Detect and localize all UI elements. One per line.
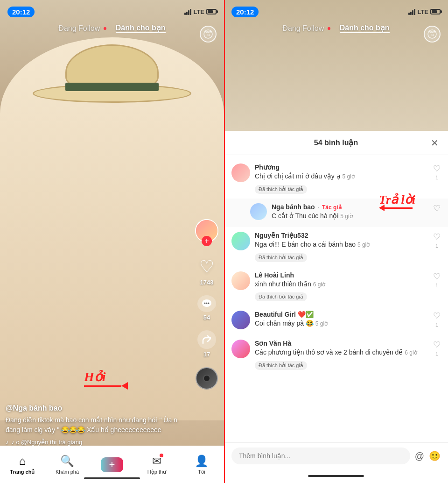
commenter-avatar-6 bbox=[231, 340, 250, 358]
emoji-button[interactable]: 🙂 bbox=[429, 450, 441, 462]
signal-info-left: LTE bbox=[184, 8, 217, 15]
nav-profile-label: Tôi bbox=[198, 469, 205, 475]
like-heart-icon-3: ♡ bbox=[433, 232, 441, 242]
at-mention-button[interactable]: @ bbox=[415, 451, 424, 462]
battery-right bbox=[430, 9, 441, 14]
like-button[interactable]: ♡ 1743 bbox=[196, 256, 217, 286]
share-icon bbox=[197, 330, 216, 349]
covid-badge-right[interactable]: COVID -19 bbox=[424, 26, 441, 43]
like-heart-icon-1: ♡ bbox=[433, 163, 441, 174]
author-tag-2: Tác giả bbox=[322, 204, 342, 211]
like-count-3: 1 bbox=[435, 243, 438, 249]
close-comments-button[interactable]: ✕ bbox=[431, 137, 439, 149]
profile-icon: 👤 bbox=[195, 455, 209, 468]
comment-text-1: Chị ơi chị cắt mí ở đâu vậy ạ 5 giờ bbox=[255, 172, 428, 181]
comment-like-action-5[interactable]: ♡ 1 bbox=[433, 311, 441, 327]
comment-time-2: 5 giờ bbox=[340, 213, 352, 220]
time-display-left: 20:12 bbox=[7, 7, 35, 17]
tab-foryou-left[interactable]: Dành cho bạn bbox=[116, 23, 166, 33]
like-count: 1743 bbox=[200, 279, 214, 286]
creator-avatar-container[interactable]: + bbox=[195, 219, 218, 242]
svg-text:-19: -19 bbox=[431, 34, 434, 36]
lte-label-right: LTE bbox=[417, 8, 428, 15]
svg-text:-19: -19 bbox=[207, 34, 210, 36]
svg-point-6 bbox=[208, 303, 210, 304]
svg-text:COVID: COVID bbox=[429, 31, 436, 34]
video-username[interactable]: @Nga bánh bao bbox=[6, 404, 191, 412]
tab-following-right[interactable]: Đang Follow bbox=[282, 24, 330, 33]
comment-item-5: Beautiful Girl ❤️✅ Coi chân mày pã 😂 5 g… bbox=[224, 306, 448, 335]
top-nav-left[interactable]: Đang Follow Dành cho bạn bbox=[0, 23, 224, 33]
person-figure bbox=[0, 37, 224, 420]
bottom-bar-right bbox=[224, 469, 448, 483]
signal-bars-left bbox=[184, 8, 191, 15]
video-info: @Nga bánh bao Đang diễn tiktok mà bao co… bbox=[6, 404, 191, 446]
nav-explore[interactable]: 🔍 Khám phá bbox=[45, 455, 90, 475]
covid-badge-left[interactable]: COVID -19 bbox=[200, 26, 217, 43]
commenter-name-3: Nguyễn Triệu532 bbox=[255, 232, 308, 239]
comment-text-5: Coi chân mày pã 😂 5 giờ bbox=[255, 319, 428, 328]
inbox-notification-dot bbox=[160, 454, 163, 457]
nav-home[interactable]: ⌂ Trang chủ bbox=[0, 455, 45, 475]
video-caption: Đang diễn tiktok mà bao con mắt nhìn như… bbox=[6, 415, 191, 435]
comment-like-action-3[interactable]: ♡ 1 bbox=[433, 232, 441, 249]
like-count-1: 1 bbox=[435, 175, 438, 180]
like-heart-icon-4: ♡ bbox=[433, 271, 441, 282]
like-heart-icon-5: ♡ bbox=[433, 311, 441, 321]
comments-header: 54 bình luận ✕ bbox=[224, 131, 448, 155]
bottom-navigation: ⌂ Trang chủ 🔍 Khám phá + ✉ Hộp thư 👤 Tôi bbox=[0, 446, 224, 483]
commenter-avatar-5 bbox=[231, 311, 250, 329]
comment-content-2: Nga bánh bao · Tác giả C cắt ở Thu cúc h… bbox=[272, 203, 428, 223]
comment-like-action-6[interactable]: ♡ 1 bbox=[433, 340, 441, 356]
comment-content-3: Nguyễn Triệu532 Nga ơi!!! E bán cho a cá… bbox=[255, 232, 428, 262]
music-disc[interactable] bbox=[196, 367, 218, 390]
comment-content-6: Sơn Văn Hà Các phương tiện thô sơ và xe … bbox=[255, 340, 428, 370]
signal-bars-right bbox=[408, 8, 415, 15]
comment-content-5: Beautiful Girl ❤️✅ Coi chân mày pã 😂 5 g… bbox=[255, 311, 428, 330]
commenter-name-6: Sơn Văn Hà bbox=[255, 340, 291, 347]
status-bar-right: 20:12 LTE bbox=[224, 0, 448, 23]
commenter-name-4: Lê Hoài Linh bbox=[255, 271, 294, 279]
like-count-5: 1 bbox=[435, 322, 438, 327]
heart-icon: ♡ bbox=[199, 257, 214, 277]
comments-title: 54 bình luận bbox=[314, 138, 358, 147]
comment-button[interactable]: 54 bbox=[197, 295, 216, 321]
comment-like-action-1[interactable]: ♡ 1 bbox=[433, 163, 441, 180]
comment-like-action-2[interactable]: ♡ bbox=[433, 203, 441, 213]
svg-point-4 bbox=[204, 303, 206, 304]
hat-band bbox=[65, 83, 159, 91]
battery-left bbox=[206, 9, 217, 14]
comment-time-5: 5 giờ bbox=[315, 320, 328, 327]
comment-text-3: Nga ơi!!! E bán cho a cái bánh bao 5 giờ bbox=[255, 240, 428, 249]
tab-following-left[interactable]: Đang Follow bbox=[58, 24, 106, 33]
commenter-avatar-4 bbox=[231, 271, 250, 290]
liked-badge-4: Đã thích bởi tác giả bbox=[255, 292, 307, 301]
top-nav-right[interactable]: Đang Follow Dành cho bạn bbox=[224, 23, 448, 33]
nav-create[interactable]: + bbox=[90, 457, 134, 472]
liked-badge-6: Đã thích bởi tác giả bbox=[255, 361, 307, 370]
nav-inbox[interactable]: ✉ Hộp thư bbox=[134, 455, 179, 475]
liked-badge-1: Đã thích bởi tác giả bbox=[255, 185, 307, 194]
comment-text-2: C cắt ở Thu cúc hà nội 5 giờ bbox=[272, 212, 428, 221]
share-button[interactable]: 17 bbox=[197, 330, 216, 358]
follow-plus-button[interactable]: + bbox=[202, 236, 212, 246]
nav-inbox-label: Hộp thư bbox=[147, 469, 166, 475]
home-indicator bbox=[84, 477, 140, 479]
comment-input-field[interactable] bbox=[231, 447, 410, 464]
tab-foryou-right[interactable]: Dành cho bạn bbox=[340, 23, 390, 33]
nav-profile[interactable]: 👤 Tôi bbox=[179, 455, 224, 475]
comment-item: Phương Chị ơi chị cắt mí ở đâu vậy ạ 5 g… bbox=[224, 159, 448, 199]
comment-item-6: Sơn Văn Hà Các phương tiện thô sơ và xe … bbox=[224, 335, 448, 375]
comment-like-action-4[interactable]: ♡ 1 bbox=[433, 271, 441, 288]
home-indicator-right bbox=[308, 475, 364, 477]
comments-list: Trả lời Phương Chị ơi chị cắt mí ở đâu v… bbox=[224, 155, 448, 442]
covid-icon-left: COVID -19 bbox=[200, 26, 217, 43]
comments-panel: 54 bình luận ✕ Trả lời Phương bbox=[224, 131, 448, 483]
comment-time-1: 5 giờ bbox=[343, 173, 355, 180]
music-text: ♪ c @Nguyễn thị trà giang bbox=[12, 439, 83, 446]
like-heart-icon-2: ♡ bbox=[433, 203, 441, 213]
right-panel: 20:12 LTE Đang Follow Dành cho bạn bbox=[224, 0, 448, 483]
right-action-icons: + ♡ 1743 54 bbox=[195, 219, 218, 390]
hoi-annotation: Hỏi bbox=[84, 369, 128, 390]
like-count-4: 1 bbox=[435, 283, 438, 288]
